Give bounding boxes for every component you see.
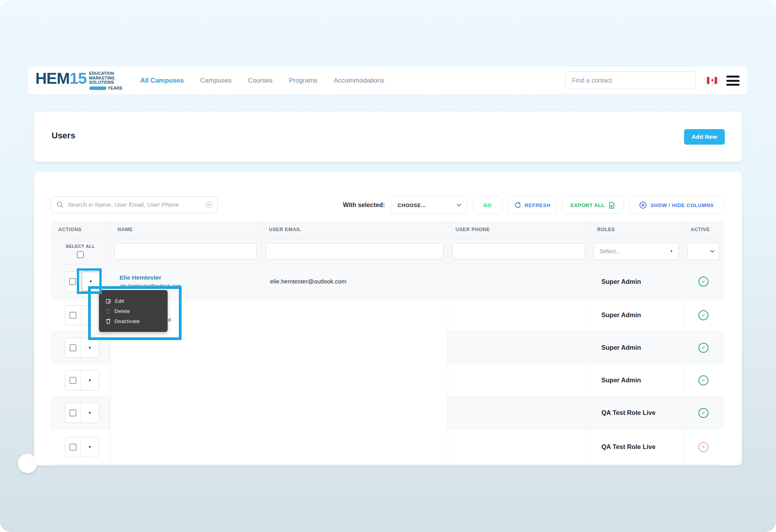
row-checkbox[interactable] (69, 344, 76, 351)
export-all-button[interactable]: EXPORT ALL (562, 196, 624, 214)
user-phone-cell (448, 429, 589, 465)
canada-flag-icon[interactable] (707, 77, 717, 84)
go-button[interactable]: GO (473, 196, 502, 214)
redaction-overlay (111, 332, 447, 463)
top-header-bar: HEM15 EDUCATION MARKETING SOLUTIONS YEAR… (28, 67, 747, 94)
col-header-actions[interactable]: ACTIONS (51, 221, 110, 238)
user-role-cell: Super Admin (589, 332, 683, 364)
with-selected-label: With selected: (343, 202, 385, 209)
row-checkbox[interactable] (69, 409, 76, 416)
user-phone-cell (448, 397, 589, 429)
bulk-action-select[interactable]: CHOOSE... (391, 196, 467, 214)
user-role-cell: Super Admin (589, 299, 683, 331)
row-actions-dropdown[interactable]: ▼ (81, 403, 99, 423)
refresh-icon (514, 202, 521, 209)
nav-programs[interactable]: Programs (289, 77, 317, 85)
screenshot-canvas: HEM15 EDUCATION MARKETING SOLUTIONS YEAR… (0, 0, 776, 532)
show-hide-columns-button[interactable]: SHOW / HIDE COLUMNS (629, 196, 724, 214)
table-search-box (51, 196, 218, 213)
chevron-down-icon (457, 202, 461, 206)
active-filter-select[interactable] (687, 243, 720, 260)
roles-filter-select[interactable]: Select... ▼ (594, 243, 679, 260)
dropdown-arrow-icon: ▼ (670, 249, 673, 253)
phone-filter-input[interactable] (452, 243, 585, 259)
nav-campuses[interactable]: Campuses (200, 77, 232, 85)
active-status-icon: ✓ (698, 276, 708, 287)
user-phone-cell (448, 364, 589, 396)
active-status-icon: ✓ (698, 408, 708, 418)
redaction-overlay (173, 302, 447, 332)
active-status-icon: ✕ (698, 442, 708, 452)
active-status-icon: ✓ (698, 375, 708, 385)
clear-search-icon[interactable] (205, 201, 213, 209)
user-role-cell: QA Test Role Live (589, 429, 683, 465)
user-role-cell: Super Admin (589, 264, 683, 299)
search-icon (56, 201, 64, 209)
user-role-cell: QA Test Role Live (589, 397, 683, 429)
row-actions-dropdown[interactable]: ▼ (81, 437, 99, 457)
col-header-name[interactable]: NAME (110, 221, 261, 238)
refresh-button[interactable]: REFRESH (508, 196, 557, 214)
name-filter-input[interactable] (114, 243, 257, 259)
col-header-user-phone[interactable]: USER PHONE (448, 221, 589, 238)
page-title: Users (52, 131, 75, 141)
chevron-down-icon (710, 248, 714, 252)
user-email-cell: elie.hemtester@outlook.com (261, 264, 448, 299)
user-phone-cell (448, 332, 589, 364)
hem-logo[interactable]: HEM15 EDUCATION MARKETING SOLUTIONS YEAR… (35, 71, 122, 90)
row-checkbox[interactable] (69, 278, 76, 285)
find-contact-input[interactable] (565, 71, 696, 89)
circle-x-icon (639, 201, 647, 209)
table-search-input[interactable] (67, 201, 205, 209)
col-header-user-email[interactable]: USER EMAIL (261, 221, 448, 238)
col-header-active[interactable]: ACTIVE (683, 221, 724, 238)
table-toolbar: With selected: CHOOSE... GO REFRESH EXPO… (343, 196, 724, 214)
main-nav: All Campuses Campuses Courses Programs A… (140, 77, 384, 85)
logo-tagline: EDUCATION MARKETING SOLUTIONS YEARS (89, 71, 123, 90)
caret-down-icon: ▼ (88, 346, 92, 350)
select-all-label: SELECT ALL (66, 244, 95, 249)
hamburger-menu-icon[interactable] (726, 76, 740, 86)
logo-years-bar (89, 86, 106, 90)
users-header-card: Users Add New (34, 111, 742, 162)
row-checkbox[interactable] (69, 444, 76, 451)
excel-file-icon (608, 202, 615, 209)
logo-wordmark: HEM15 (35, 71, 87, 86)
user-role-cell: Super Admin (589, 364, 683, 396)
nav-accommodations[interactable]: Accommodations (334, 77, 384, 85)
nav-courses[interactable]: Courses (248, 77, 272, 85)
select-all-checkbox[interactable] (77, 251, 84, 258)
row-actions-dropdown[interactable]: ▼ (81, 338, 99, 358)
row-actions-dropdown[interactable]: ▼ (81, 371, 99, 390)
caret-down-icon: ▼ (88, 445, 92, 449)
active-status-icon: ✓ (698, 310, 708, 320)
table-filter-row: SELECT ALL Select... ▼ (51, 238, 724, 264)
caret-down-icon: ▼ (88, 378, 92, 382)
active-status-icon: ✓ (698, 343, 708, 353)
user-name-link[interactable]: Elie Hemtester (120, 274, 161, 281)
user-phone-cell (448, 299, 589, 331)
email-filter-input[interactable] (266, 243, 443, 259)
caret-down-icon: ▼ (88, 411, 92, 415)
col-header-roles[interactable]: ROLES (589, 221, 683, 238)
table-header-row: ACTIONS NAME USER EMAIL USER PHONE ROLES… (51, 221, 724, 238)
add-new-button[interactable]: Add New (684, 129, 725, 145)
row-checkbox[interactable] (69, 312, 76, 319)
nav-all-campuses[interactable]: All Campuses (140, 77, 184, 85)
user-phone-cell (448, 264, 589, 299)
annotation-highlight-menu (88, 286, 182, 340)
row-checkbox[interactable] (69, 377, 76, 384)
